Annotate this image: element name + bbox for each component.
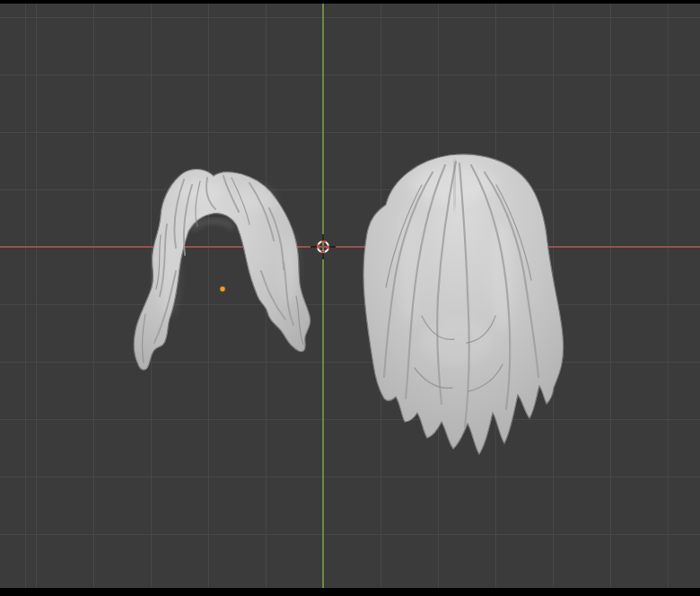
hair-mesh-left[interactable] (134, 170, 310, 371)
viewport-3d[interactable] (0, 0, 700, 596)
top-frame-bar (0, 0, 700, 4)
app-window (0, 0, 700, 596)
hair-mesh-right[interactable] (363, 154, 564, 454)
cursor-3d (311, 234, 336, 259)
bottom-frame-bar (0, 588, 700, 596)
object-origin-dot[interactable] (220, 286, 225, 292)
scene-canvas (0, 0, 700, 596)
